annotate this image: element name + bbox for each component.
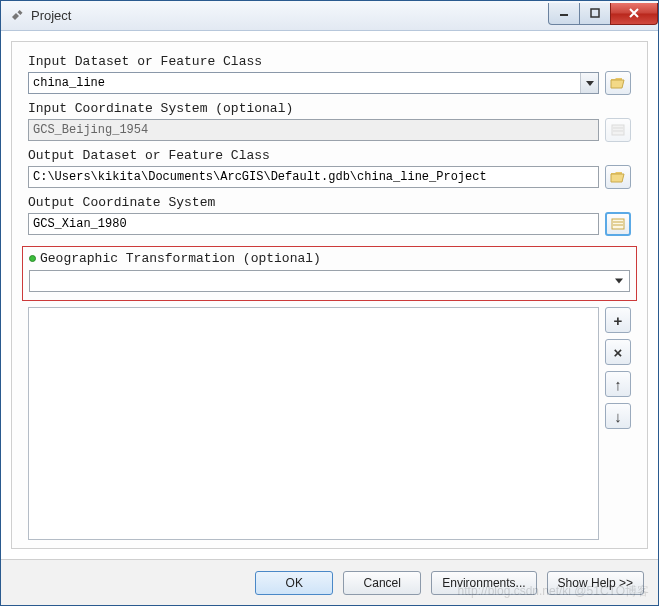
add-button[interactable]: + (605, 307, 631, 333)
transformation-label: Geographic Transformation (optional) (40, 251, 321, 266)
svg-rect-2 (591, 9, 599, 17)
remove-button[interactable]: × (605, 339, 631, 365)
input-cs-label: Input Coordinate System (optional) (28, 101, 631, 116)
chevron-down-icon (615, 279, 623, 284)
output-dataset-label: Output Dataset or Feature Class (28, 148, 631, 163)
plus-icon: + (614, 312, 623, 329)
window-title: Project (31, 8, 549, 23)
svg-rect-4 (612, 219, 624, 229)
transformation-list[interactable] (28, 307, 599, 540)
browse-output-button[interactable] (605, 165, 631, 189)
svg-rect-1 (560, 14, 568, 16)
browse-input-cs-button (605, 118, 631, 142)
x-icon: × (614, 344, 623, 361)
input-cs-field (28, 119, 599, 141)
show-help-button[interactable]: Show Help >> (547, 571, 644, 595)
window-controls (549, 3, 658, 25)
browse-input-button[interactable] (605, 71, 631, 95)
status-dot-icon (29, 255, 36, 262)
arrow-down-icon: ↓ (614, 408, 622, 425)
project-dialog: Project Input Dataset or Feature Class (0, 0, 659, 606)
maximize-button[interactable] (579, 3, 611, 25)
input-dataset-label: Input Dataset or Feature Class (28, 54, 631, 69)
arrow-up-icon: ↑ (614, 376, 622, 393)
cancel-button[interactable]: Cancel (343, 571, 421, 595)
dialog-body: Input Dataset or Feature Class Input Coo… (11, 41, 648, 549)
dropdown-icon[interactable] (580, 73, 598, 93)
output-dataset-field[interactable] (28, 166, 599, 188)
browse-output-cs-button[interactable] (605, 212, 631, 236)
svg-rect-0 (18, 10, 23, 15)
hammer-icon (9, 8, 25, 24)
ok-button[interactable]: OK (255, 571, 333, 595)
minimize-button[interactable] (548, 3, 580, 25)
environments-button[interactable]: Environments... (431, 571, 536, 595)
move-up-button[interactable]: ↑ (605, 371, 631, 397)
output-cs-label: Output Coordinate System (28, 195, 631, 210)
dialog-footer: OK Cancel Environments... Show Help >> (1, 559, 658, 605)
transformation-dropdown[interactable] (29, 270, 630, 292)
input-dataset-field[interactable] (29, 73, 580, 93)
titlebar[interactable]: Project (1, 1, 658, 31)
output-cs-field[interactable] (28, 213, 599, 235)
input-dataset-combo[interactable] (28, 72, 599, 94)
close-button[interactable] (610, 3, 658, 25)
move-down-button[interactable]: ↓ (605, 403, 631, 429)
svg-rect-3 (612, 125, 624, 135)
transformation-group: Geographic Transformation (optional) (22, 246, 637, 301)
